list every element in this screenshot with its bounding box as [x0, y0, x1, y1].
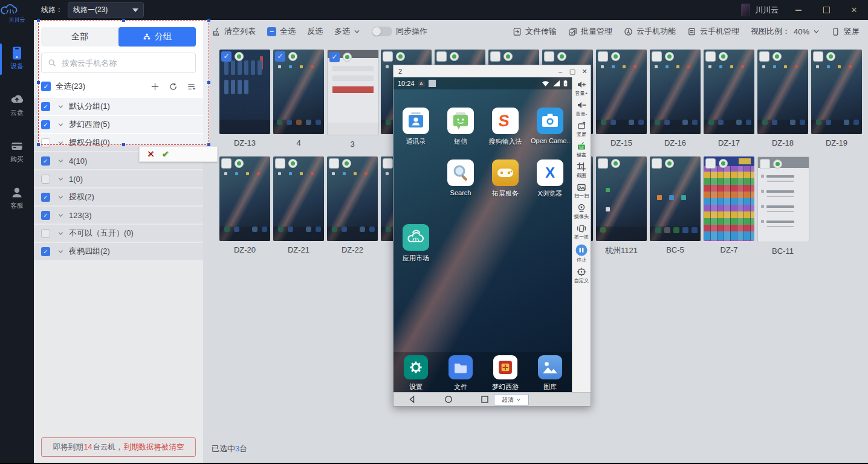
app-sogou-input[interactable]: S 搜狗输入法: [486, 108, 525, 146]
title-bar: 线路： 线路一(23) 川川云: [34, 0, 868, 20]
popup-title: 2: [398, 68, 554, 75]
phone-control-window: 2 – ▢ ✕ 10:24 A ?: [393, 65, 591, 407]
volume-up-button[interactable]: 音量+: [572, 80, 591, 97]
minimize-button[interactable]: [785, 0, 812, 20]
resize-handle[interactable]: [207, 19, 210, 22]
resize-handle[interactable]: [122, 143, 125, 146]
back-icon[interactable]: [408, 395, 416, 404]
gamepad-icon: [492, 160, 519, 186]
x-browser-icon: X: [537, 160, 563, 186]
sidebar-item-label: 云盘: [0, 108, 34, 117]
resize-handle[interactable]: [207, 81, 210, 84]
battery-icon: ?: [563, 80, 568, 87]
input-method-badge: A: [418, 80, 425, 87]
app-files[interactable]: 文件: [441, 355, 480, 392]
maximize-icon: [823, 7, 830, 13]
phone-dock: 设置 文件 梦幻西游: [394, 352, 572, 392]
shake-button[interactable]: 摇一摇: [572, 224, 591, 241]
dim-overlay: [34, 20, 38, 464]
logo-text: 川川云: [0, 16, 34, 24]
recents-icon[interactable]: [481, 395, 489, 404]
taskbar-thumbnail: [741, 4, 750, 16]
phone-screen[interactable]: 10:24 A ? 通讯录: [394, 77, 572, 392]
folder-icon: [449, 355, 473, 379]
status-time: 10:24: [398, 80, 415, 87]
svg-text:S: S: [497, 111, 510, 130]
nav-rail: 川川云 设备 云盘 购买: [0, 0, 34, 464]
cloud-disk-icon: [10, 92, 24, 107]
resize-handle[interactable]: [122, 19, 125, 22]
resize-handle[interactable]: [37, 81, 40, 84]
confirm-selection-icon[interactable]: [162, 149, 170, 160]
resize-handle[interactable]: [37, 19, 40, 22]
contacts-icon: [403, 108, 429, 134]
scan-button[interactable]: 扫一扫: [572, 182, 591, 200]
wifi-icon: [542, 80, 549, 86]
resize-handle[interactable]: [37, 143, 40, 146]
keyboard-button[interactable]: 键盘: [572, 141, 591, 159]
sms-icon: [447, 108, 474, 134]
dim-overlay: [38, 145, 209, 464]
home-icon[interactable]: [444, 395, 453, 404]
app-contacts[interactable]: 通讯录: [397, 108, 435, 146]
phone-nav-bar: 超清: [394, 392, 591, 406]
sidebar-item-devices[interactable]: 设备: [0, 46, 34, 71]
annotation-selection-rect[interactable]: [38, 20, 209, 145]
app-extend-service[interactable]: 拓展服务: [486, 160, 525, 198]
popup-maximize-button[interactable]: ▢: [566, 65, 578, 77]
app-gallery[interactable]: 图库: [531, 355, 569, 392]
sidebar-item-cloud-disk[interactable]: 云盘: [0, 92, 34, 117]
screenshot-button[interactable]: 截图: [572, 162, 591, 179]
cancel-selection-icon[interactable]: [147, 149, 155, 160]
custom-button[interactable]: 自定义: [572, 267, 591, 285]
app-logo: 川川云: [0, 0, 34, 24]
camera-icon: [537, 108, 563, 134]
popup-minimize-button[interactable]: –: [554, 65, 566, 77]
chevron-down-icon: [132, 8, 138, 12]
app-settings[interactable]: 设置: [397, 355, 435, 392]
sidebar-item-support[interactable]: 客服: [0, 185, 34, 210]
cloud-logo-icon: [0, 3, 21, 18]
quality-value: 超清: [502, 396, 514, 404]
volume-down-button[interactable]: 音量-: [572, 100, 591, 118]
phone-tools-sidebar: 音量+ 音量- 竖屏 键盘 截图: [572, 77, 591, 392]
stream-quality-dropdown[interactable]: 超清: [494, 394, 529, 405]
line-label: 线路：: [41, 5, 63, 15]
line-select-dropdown[interactable]: 线路一(23): [68, 2, 144, 18]
app-search[interactable]: Search: [441, 160, 480, 196]
game-icon: [493, 355, 517, 379]
app-open-camera[interactable]: Open Came..: [531, 108, 569, 144]
chevron-down-icon: [516, 398, 521, 402]
annotation-toolbar: [139, 146, 218, 162]
app-menghuan-game[interactable]: 梦幻西游: [486, 355, 525, 392]
minimize-icon: [795, 10, 802, 11]
popup-close-button[interactable]: ✕: [578, 65, 591, 77]
sidebar-item-label: 客服: [0, 201, 34, 210]
sidebar-item-purchase[interactable]: 购买: [0, 139, 34, 164]
stop-button[interactable]: 停止: [572, 244, 591, 264]
rotate-portrait-button[interactable]: 竖屏: [572, 121, 591, 138]
close-button[interactable]: [840, 0, 868, 20]
app-window: 川川云 设备 云盘 购买: [0, 0, 868, 464]
phone-device-icon: [10, 46, 24, 60]
app-sms[interactable]: 短信: [441, 108, 480, 146]
sidebar-item-label: 设备: [0, 62, 34, 71]
app-x-browser[interactable]: X X浏览器: [531, 160, 569, 198]
settings-gear-icon: [404, 355, 428, 379]
magnifier-icon: [447, 160, 474, 186]
sogou-icon: S: [492, 108, 519, 134]
popup-title-bar[interactable]: 2 – ▢ ✕: [394, 65, 591, 77]
webcam-button[interactable]: 摄像头: [572, 203, 591, 221]
app-market[interactable]: 应用市场: [397, 224, 435, 263]
bank-card-icon: [10, 139, 24, 153]
svg-text:X: X: [545, 164, 555, 181]
line-select-value: 线路一(23): [73, 5, 108, 15]
sidebar-item-label: 购买: [0, 155, 34, 164]
phone-status-bar: 10:24 A ?: [394, 77, 572, 89]
signal-icon: [553, 80, 560, 86]
customer-service-icon: [10, 185, 24, 200]
notification-icon: [429, 80, 436, 87]
gallery-icon: [538, 355, 562, 379]
app-market-icon: [403, 224, 429, 251]
maximize-button[interactable]: [812, 0, 840, 20]
